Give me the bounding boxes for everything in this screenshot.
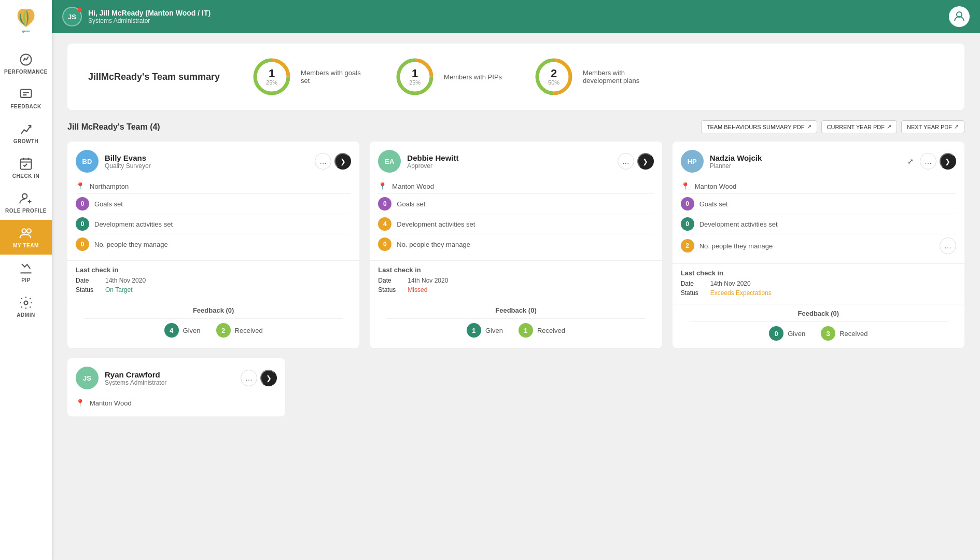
header-user-role: Systems Administrator: [88, 17, 943, 24]
managed-badge: 0: [378, 237, 391, 251]
member-name-ryan: Ryan Crawford: [105, 370, 234, 379]
team-actions: TEAM BEHAVIOURS SUMMARY PDF ↗ CURRENT YE…: [701, 120, 964, 133]
location-icon: 📍: [76, 182, 85, 190]
checkin-status-billy: On Target: [105, 286, 132, 293]
summary-stat-goals: 1 25% Members with goals set: [251, 56, 363, 97]
member-options-billy[interactable]: …: [315, 153, 331, 170]
feedback-given-nadzia: 0 Given: [769, 326, 805, 341]
sidebar-item-growth[interactable]: GROWTH: [0, 116, 52, 150]
checkin-status-nadzia: Exceeds Expectations: [710, 289, 772, 297]
goals-badge: 0: [378, 197, 391, 211]
team-card-nadzia-wojcik: HP Nadzia Wojcik Planner ⤢ … ❯ 📍 Manton …: [673, 142, 964, 348]
member-location-row: 📍 Northampton: [76, 179, 351, 194]
checkin-section-title: Last check in: [76, 266, 351, 274]
external-link-icon: ↗: [954, 123, 959, 130]
next-year-pdf-button[interactable]: NEXT YEAR PDF ↗: [901, 120, 964, 133]
sidebar-item-my-team[interactable]: MY TEAM: [0, 220, 52, 255]
feedback-section-nadzia: Feedback (0) 0 Given 3 Received: [673, 304, 964, 348]
team-card-billy-evans: BD Billy Evans Quality Surveyor … ❯ 📍 No…: [67, 142, 359, 348]
feedback-given-billy: 4 Given: [164, 323, 201, 338]
svg-text:grow: grow: [22, 30, 30, 33]
member-name-nadzia: Nadzia Wojcik: [710, 153, 898, 162]
header: JS Hi, Jill McReady (Manton Wood / IT) S…: [52, 0, 980, 33]
svg-point-6: [27, 229, 31, 233]
sidebar-item-pip[interactable]: PIP: [0, 255, 52, 289]
external-link-icon: ↗: [807, 123, 811, 130]
nadzia-location-row: 📍 Manton Wood: [681, 179, 956, 194]
donut-goals: 1 25%: [251, 56, 292, 97]
feedback-received-debbie: 1 Received: [519, 323, 565, 338]
member-role-nadzia: Planner: [710, 162, 898, 170]
member-options-nadzia[interactable]: …: [920, 153, 936, 170]
sidebar-item-admin[interactable]: ADMIN: [0, 289, 52, 324]
member-avatar-debbie: EA: [378, 150, 401, 173]
checkin-date-row: Date 14th Nov 2020: [76, 277, 351, 284]
member-name-billy: Billy Evans: [105, 153, 309, 162]
donut-pips: 1 25%: [394, 56, 436, 97]
dev-badge: 0: [681, 217, 694, 231]
member-options-ryan[interactable]: …: [241, 370, 257, 386]
donut-dev: 2 50%: [533, 56, 575, 97]
notification-dot: [78, 8, 82, 12]
goals-badge: 0: [681, 197, 694, 211]
managed-options-nadzia[interactable]: …: [940, 237, 956, 254]
current-year-pdf-button[interactable]: CURRENT YEAR PDF ↗: [821, 120, 897, 133]
summary-stat-pips: 1 25% Members with PIPs: [394, 56, 502, 97]
team-card-debbie-hewitt: EA Debbie Hewitt Approver … ❯ 📍 Manton W…: [370, 142, 662, 348]
sidebar: grow PERFORMANCE FEEDBACK GROWTH CHECK I…: [0, 0, 52, 560]
member-nav-debbie[interactable]: ❯: [637, 153, 654, 170]
member-nav-billy[interactable]: ❯: [334, 153, 351, 170]
checkin-section-title: Last check in: [681, 269, 956, 277]
external-link-icon: ↗: [887, 123, 891, 130]
team-header: Jill McReady's Team (4) TEAM BEHAVIOURS …: [67, 120, 964, 133]
dev-badge: 0: [76, 217, 89, 231]
summary-stat-dev: 2 50% Members with development plans: [533, 56, 645, 97]
cross-arrows-icon[interactable]: ⤢: [904, 155, 917, 167]
member-role-debbie: Approver: [407, 162, 611, 170]
member-managed-row: 0 No. people they manage: [76, 234, 351, 254]
summary-title: JillMcReady's Team summary: [88, 72, 220, 82]
feedback-given-debbie: 1 Given: [467, 323, 503, 338]
ryan-location-row: 📍 Manton Wood: [76, 396, 277, 410]
managed-badge: 0: [76, 237, 89, 251]
goals-badge: 0: [76, 197, 89, 211]
member-options-debbie[interactable]: …: [618, 153, 634, 170]
member-dev-row: 0 Development activities set: [76, 214, 351, 234]
sidebar-item-role-profile[interactable]: ROLE PROFILE: [0, 185, 52, 220]
feedback-received-nadzia: 3 Received: [821, 326, 867, 341]
team-summary-card: JillMcReady's Team summary 1 25% Member: [67, 44, 964, 110]
feedback-section-debbie: Feedback (0) 1 Given 1 Received: [370, 301, 662, 345]
sidebar-item-checkin[interactable]: CHECK IN: [0, 150, 52, 185]
member-nav-nadzia[interactable]: ❯: [940, 153, 956, 170]
member-role-billy: Quality Surveyor: [105, 162, 309, 170]
checkin-section-title: Last check in: [378, 266, 653, 274]
checkin-status-debbie: Missed: [408, 286, 427, 293]
header-user-info: Hi, Jill McReady (Manton Wood / IT) Syst…: [88, 9, 943, 24]
location-icon: 📍: [76, 399, 85, 407]
main-content: JS Hi, Jill McReady (Manton Wood / IT) S…: [52, 0, 980, 560]
member-goals-row: 0 Goals set: [76, 194, 351, 214]
sidebar-item-performance[interactable]: PERFORMANCE: [0, 46, 52, 81]
header-user-name: Hi, Jill McReady (Manton Wood / IT): [88, 9, 943, 17]
member-avatar-nadzia: HP: [681, 150, 704, 173]
location-icon: 📍: [681, 182, 690, 190]
svg-point-7: [24, 301, 28, 305]
svg-rect-3: [21, 159, 32, 170]
managed-badge: 2: [681, 239, 694, 253]
team-title: Jill McReady's Team (4): [67, 122, 160, 132]
dev-badge: 4: [378, 217, 391, 231]
member-avatar-billy: BD: [76, 150, 99, 173]
member-avatar-ryan: JS: [76, 367, 99, 389]
svg-rect-2: [21, 90, 32, 97]
team-behaviours-pdf-button[interactable]: TEAM BEHAVIOURS SUMMARY PDF ↗: [701, 120, 817, 133]
feedback-received-billy: 2 Received: [216, 323, 263, 338]
header-profile-icon[interactable]: [949, 6, 970, 27]
header-avatar-wrap: JS: [62, 7, 82, 26]
location-icon: 📍: [378, 182, 387, 190]
sidebar-item-feedback[interactable]: FEEDBACK: [0, 81, 52, 116]
member-nav-ryan[interactable]: ❯: [260, 370, 277, 386]
team-card-ryan-crawford: JS Ryan Crawford Systems Administrator ……: [67, 358, 285, 416]
svg-point-5: [22, 229, 26, 233]
member-name-debbie: Debbie Hewitt: [407, 153, 611, 162]
feedback-section-billy: Feedback (0) 4 Given 2 Received: [67, 301, 359, 345]
